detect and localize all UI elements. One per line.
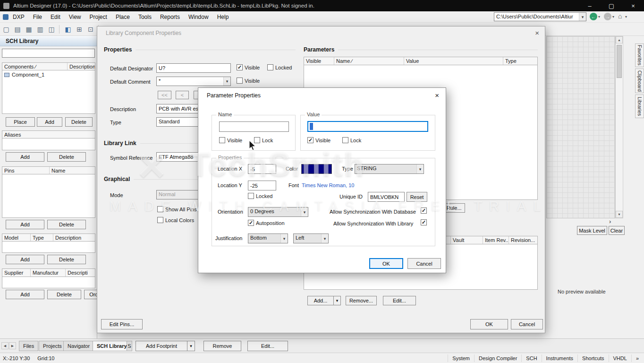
- col-item-rev[interactable]: Item Rev...: [483, 236, 509, 244]
- autoposition-checkbox[interactable]: ✓ Autoposition: [248, 220, 285, 226]
- col-components[interactable]: Components∕: [2, 63, 68, 70]
- edit-pins-button[interactable]: Edit Pins...: [101, 319, 143, 329]
- name-visible-checkbox[interactable]: Visible: [219, 137, 242, 143]
- menu-edit[interactable]: Edit: [46, 14, 65, 20]
- col-revision[interactable]: Revision...: [509, 236, 537, 244]
- scroll-up-icon[interactable]: ▲: [616, 36, 623, 43]
- pins-list[interactable]: [2, 174, 95, 218]
- menu-place[interactable]: Place: [111, 14, 134, 20]
- library-filter-input[interactable]: [2, 49, 95, 58]
- menu-reports[interactable]: Reports: [156, 14, 184, 20]
- components-table-header[interactable]: Components∕ Description: [2, 62, 95, 70]
- chevron-down-icon[interactable]: ▾: [416, 164, 424, 173]
- place-button[interactable]: Place: [6, 117, 35, 127]
- add-model-button[interactable]: Add: [6, 255, 44, 264]
- status-more-icon[interactable]: »: [631, 354, 643, 362]
- comment-visible-checkbox[interactable]: Visible: [237, 78, 260, 84]
- remove-model-button[interactable]: Remove...: [346, 296, 377, 305]
- supplier-list[interactable]: [2, 277, 95, 288]
- expand-panel-icon[interactable]: ›: [609, 218, 611, 225]
- col-pin-name[interactable]: Name: [50, 167, 95, 174]
- col-supplier-description[interactable]: Descripti: [66, 269, 95, 277]
- menu-file[interactable]: File: [29, 14, 46, 20]
- tab-scroll-right-icon[interactable]: ▶: [9, 342, 16, 349]
- menu-tools[interactable]: Tools: [134, 14, 156, 20]
- status-design-compiler[interactable]: Design Compiler: [474, 354, 521, 362]
- forward-history-chevron-icon[interactable]: ▾: [612, 15, 614, 19]
- tab-clipped[interactable]: S: [127, 341, 132, 351]
- status-instruments[interactable]: Instruments: [542, 354, 577, 362]
- supplier-table-header[interactable]: Supplier Manufactur Descripti: [2, 268, 95, 277]
- close-icon[interactable]: ×: [435, 91, 439, 99]
- components-list[interactable]: Component_1: [2, 70, 95, 114]
- col-param-visible[interactable]: Visible: [304, 57, 334, 65]
- print-icon[interactable]: ▥: [35, 24, 45, 35]
- components-cube-icon[interactable]: ◧: [63, 24, 73, 35]
- designator-locked-checkbox[interactable]: Locked: [267, 64, 292, 70]
- menu-view[interactable]: View: [65, 14, 85, 20]
- save-icon[interactable]: ▦: [24, 24, 34, 35]
- orders-button-clipped[interactable]: Orc: [84, 290, 97, 299]
- add-alias-button[interactable]: Add: [6, 152, 44, 162]
- address-combobox[interactable]: C:\Users\Public\Documents\Altiur ▾: [494, 12, 586, 21]
- new-document-icon[interactable]: ▢: [1, 24, 11, 35]
- add-component-button[interactable]: Add: [37, 117, 62, 127]
- schematic-canvas[interactable]: [546, 36, 615, 218]
- comment-first-button[interactable]: <<: [158, 91, 171, 99]
- close-icon[interactable]: ×: [622, 0, 644, 11]
- sync-library-checkbox[interactable]: ✓: [421, 219, 427, 225]
- col-manufacturer[interactable]: Manufactur: [31, 269, 66, 277]
- col-pins[interactable]: Pins: [2, 167, 50, 174]
- scrollbar-thumb[interactable]: [617, 45, 622, 78]
- chevron-down-icon[interactable]: ▾: [280, 234, 288, 243]
- sync-database-checkbox[interactable]: ✓: [421, 207, 427, 214]
- col-model-type[interactable]: Type: [31, 234, 53, 241]
- close-icon[interactable]: ×: [535, 29, 539, 37]
- print-preview-icon[interactable]: ◫: [46, 24, 57, 35]
- add-supplier-button[interactable]: Add: [6, 290, 44, 299]
- list-item[interactable]: Component_1: [2, 70, 95, 79]
- panel-tab-libraries[interactable]: Libraries: [635, 95, 644, 118]
- location-y-input[interactable]: [248, 181, 276, 190]
- param-type-combobox[interactable]: STRING ▾: [355, 164, 424, 174]
- local-colors-checkbox[interactable]: Local Colors: [157, 217, 194, 223]
- delete-alias-button[interactable]: Delete: [47, 152, 86, 162]
- tab-projects[interactable]: Projects: [39, 341, 66, 351]
- default-comment-combobox[interactable]: * ▾: [156, 77, 231, 86]
- menu-help[interactable]: Help: [213, 14, 233, 20]
- location-x-input[interactable]: [248, 164, 276, 174]
- model-table-header[interactable]: Model Type Description: [2, 233, 95, 242]
- status-system[interactable]: System: [448, 354, 474, 362]
- model-list[interactable]: [2, 242, 95, 253]
- col-model[interactable]: Model: [2, 234, 31, 241]
- ok-button[interactable]: OK: [470, 319, 508, 329]
- ok-button[interactable]: OK: [369, 258, 403, 269]
- aliases-list[interactable]: [2, 138, 95, 150]
- col-model-description[interactable]: Description: [53, 234, 95, 241]
- default-designator-input[interactable]: [156, 63, 231, 73]
- reset-button[interactable]: Reset: [407, 192, 427, 202]
- panel-tab-favorites[interactable]: Favorites: [635, 43, 644, 67]
- home-icon[interactable]: ⌂: [618, 12, 622, 20]
- tab-navigator[interactable]: Navigator: [63, 341, 94, 351]
- vertical-scrollbar[interactable]: ▲ ▼: [615, 36, 623, 218]
- remove-footprint-button[interactable]: Remove: [203, 341, 241, 351]
- col-vault[interactable]: Vault: [451, 236, 483, 244]
- mask-level-button[interactable]: Mask Level: [577, 226, 607, 235]
- minimize-icon[interactable]: –: [579, 0, 601, 11]
- panel-tab-clipboard[interactable]: Clipboard: [635, 69, 644, 93]
- col-description[interactable]: Description: [68, 63, 95, 70]
- designator-visible-checkbox[interactable]: ✓ Visible: [237, 64, 260, 70]
- maximize-icon[interactable]: ▢: [601, 0, 622, 11]
- cancel-button[interactable]: Cancel: [511, 319, 543, 329]
- justification-horizontal-combobox[interactable]: Left ▾: [293, 233, 329, 243]
- home-menu-chevron-icon[interactable]: ▾: [625, 15, 627, 19]
- delete-pin-button[interactable]: Delete: [47, 220, 86, 229]
- unique-id-input[interactable]: [368, 192, 405, 202]
- col-param-name[interactable]: Name∕: [334, 57, 404, 65]
- open-folder-icon[interactable]: ▤: [12, 24, 23, 35]
- delete-component-button[interactable]: Delete: [65, 117, 93, 127]
- color-swatch[interactable]: [301, 164, 332, 174]
- parameter-value-input[interactable]: [307, 121, 428, 132]
- tab-sch-library[interactable]: SCH Library: [93, 341, 131, 351]
